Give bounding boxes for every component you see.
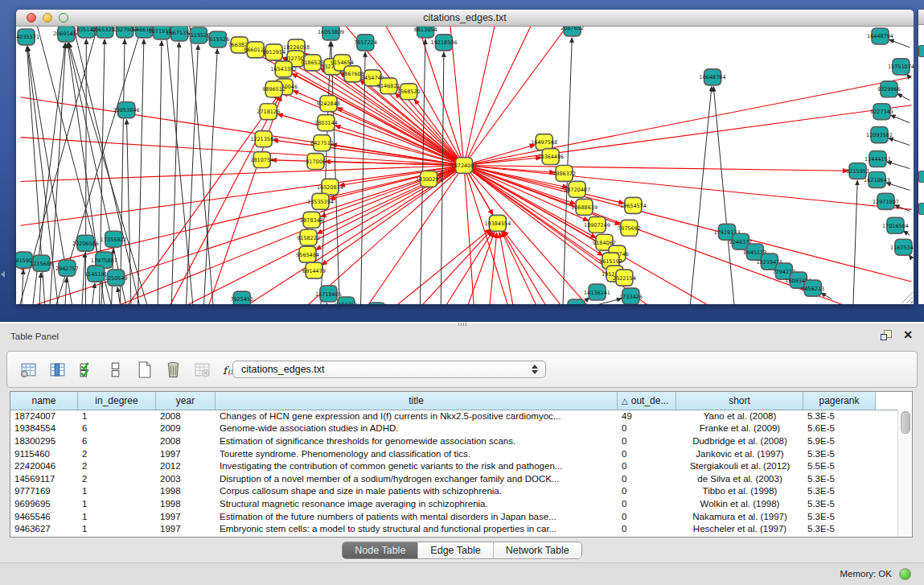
table-cell-pagerank[interactable]: 5.6E-5 (803, 423, 876, 433)
graph-node[interactable]: 8912914 (262, 44, 285, 60)
graph-edge[interactable] (887, 162, 910, 169)
graph-edge[interactable] (21, 166, 464, 226)
table-cell-name[interactable]: 18300295 (10, 436, 78, 446)
table-cell-in-degree[interactable]: 2 (78, 449, 156, 459)
graph-node[interactable]: 1568520 (397, 84, 421, 100)
graph-node[interactable]: 9227343 (870, 104, 893, 120)
graph-edge[interactable] (503, 231, 567, 304)
table-row[interactable]: 1456911722003Disruption of a novel membe… (10, 472, 898, 485)
graph-edge[interactable] (464, 166, 474, 305)
table-row[interactable]: 1872400712008Changes of HCN gene express… (10, 410, 898, 422)
table-cell-name[interactable]: 18724007 (10, 411, 78, 421)
graph-edge[interactable] (277, 114, 464, 166)
table-cell-name[interactable]: 19384554 (10, 423, 78, 433)
table-cell-year[interactable]: 1997 (156, 449, 216, 459)
graph-edge[interactable] (464, 166, 911, 282)
delete-trash-icon[interactable] (163, 360, 183, 379)
table-cell-title[interactable]: Genome-wide association studies in ADHD. (216, 423, 618, 433)
table-cell-short[interactable]: Franke et al. (2009) (676, 423, 803, 433)
column-header-title[interactable]: title (216, 392, 618, 410)
table-cell-title[interactable]: Investigating the contribution of common… (216, 461, 618, 471)
graph-edge[interactable] (186, 45, 198, 304)
graph-edge[interactable] (713, 87, 735, 304)
table-cell-title[interactable]: Embryonic stem cells: a model to study s… (216, 524, 618, 534)
graph-node[interactable]: 12444151 (864, 151, 891, 167)
network-view-window[interactable]: citations_edges.txt 18724007766382286601… (16, 10, 914, 304)
table-cell-title[interactable]: Estimation of significance thresholds fo… (216, 436, 618, 446)
table-cell-out-de-[interactable]: 0 (618, 423, 676, 433)
table-cell-title[interactable]: Disruption of a novel member of a sodium… (216, 474, 618, 484)
table-row[interactable]: 1830029562008Estimation of significance … (10, 435, 898, 447)
table-cell-name[interactable]: 9777169 (10, 486, 78, 496)
table-cell-short[interactable]: Jankovic et al. (1997) (676, 449, 803, 459)
table-cell-pagerank[interactable]: 5.3E-5 (803, 411, 876, 421)
graph-edge[interactable] (190, 27, 214, 304)
table-cell-name[interactable]: 9699695 (10, 499, 78, 509)
graph-edge[interactable] (889, 39, 910, 47)
graph-node[interactable]: 20364486 (537, 149, 564, 165)
table-cell-short[interactable]: Yano et al. (2008) (676, 411, 803, 421)
column-header-year[interactable]: year (156, 392, 216, 410)
table-cell-title[interactable]: Changes of HCN gene expression and I(f) … (216, 411, 618, 421)
graph-node[interactable]: 16520814 (317, 179, 343, 195)
graph-edge[interactable] (386, 229, 490, 304)
graph-edge[interactable] (464, 166, 624, 204)
graph-node[interactable]: 17016504 (882, 217, 909, 233)
graph-node[interactable]: 19896634 (363, 303, 390, 304)
table-cell-year[interactable]: 1998 (156, 486, 216, 496)
column-header-pagerank[interactable]: pagerank (803, 392, 876, 410)
table-row[interactable]: 2242004622012Investigating the contribut… (10, 459, 898, 472)
table-cell-name[interactable]: 9463627 (10, 524, 78, 534)
table-cell-year[interactable]: 1998 (156, 499, 216, 509)
table-cell-out-de-[interactable]: 0 (618, 461, 676, 471)
graph-edge[interactable] (21, 138, 464, 166)
table-row[interactable]: 969969511998Structural magnetic resonanc… (10, 497, 898, 510)
graph-edge[interactable] (121, 95, 278, 304)
graph-edge[interactable] (331, 42, 340, 304)
column-header-out-de-[interactable]: △out_de... (618, 392, 676, 410)
graph-node[interactable]: 6914479 (302, 262, 326, 278)
new-document-icon[interactable] (134, 360, 154, 379)
column-header-in-degree[interactable]: in_degree (78, 392, 156, 410)
table-cell-title[interactable]: Tourette syndrome. Phenomenology and cla… (216, 449, 618, 459)
table-cell-year[interactable]: 2003 (156, 474, 216, 484)
table-cell-short[interactable]: Stergiakouli et al. (2012) (676, 461, 803, 471)
graph-edge[interactable] (39, 273, 41, 304)
graph-node[interactable]: 16648784 (700, 69, 726, 85)
graph-edge[interactable] (464, 77, 911, 166)
graph-node[interactable]: 12971807 (873, 193, 899, 209)
table-cell-name[interactable]: 9465546 (10, 512, 78, 521)
memory-status-indicator[interactable] (899, 568, 911, 580)
table-cell-pagerank[interactable]: 5.3E-5 (803, 524, 876, 534)
graph-edge[interactable] (21, 97, 464, 166)
network-canvas[interactable]: 1872400776638228660123891291418226058932… (16, 27, 914, 304)
column-stack-icon[interactable] (105, 360, 125, 379)
tab-network-table[interactable]: Network Table (493, 542, 581, 558)
table-cell-out-de-[interactable]: 0 (618, 499, 676, 509)
graph-node[interactable]: 16448794 (867, 28, 893, 44)
table-cell-out-de-[interactable]: 0 (618, 486, 676, 496)
graph-node[interactable]: 19218506 (431, 35, 458, 51)
table-cell-short[interactable]: Hescheler et al. (1997) (676, 524, 803, 534)
table-row[interactable]: 1938455462009Genome-wide association stu… (10, 422, 898, 435)
graph-node[interactable]: 8427512 (310, 135, 334, 151)
graph-node[interactable]: 7986372 (552, 166, 576, 182)
graph-node[interactable]: 8878344 (300, 212, 323, 228)
table-cell-name[interactable]: 14569117 (10, 474, 78, 484)
graph-node[interactable]: 13535394 (307, 193, 334, 209)
graph-node[interactable]: 1215686 (30, 255, 53, 271)
table-cell-name[interactable]: 22420046 (10, 461, 78, 471)
graph-edge[interactable] (81, 253, 84, 304)
graph-edge[interactable] (64, 278, 66, 304)
graph-node[interactable]: 20053846 (113, 102, 140, 118)
graph-node[interactable]: 2803144 (314, 115, 338, 131)
table-cell-in-degree[interactable]: 6 (78, 423, 156, 433)
graph-edge[interactable] (326, 303, 327, 304)
table-row[interactable]: 946362711997Embryonic stem cells: a mode… (10, 522, 898, 535)
graph-node[interactable]: 15751074 (888, 59, 914, 75)
graph-node[interactable]: 9242848 (317, 96, 340, 112)
graph-edge[interactable] (380, 84, 464, 165)
graph-node[interactable]: 7615526 (206, 31, 229, 47)
table-cell-out-de-[interactable]: 0 (618, 436, 676, 446)
table-cell-year[interactable]: 2009 (156, 423, 216, 433)
